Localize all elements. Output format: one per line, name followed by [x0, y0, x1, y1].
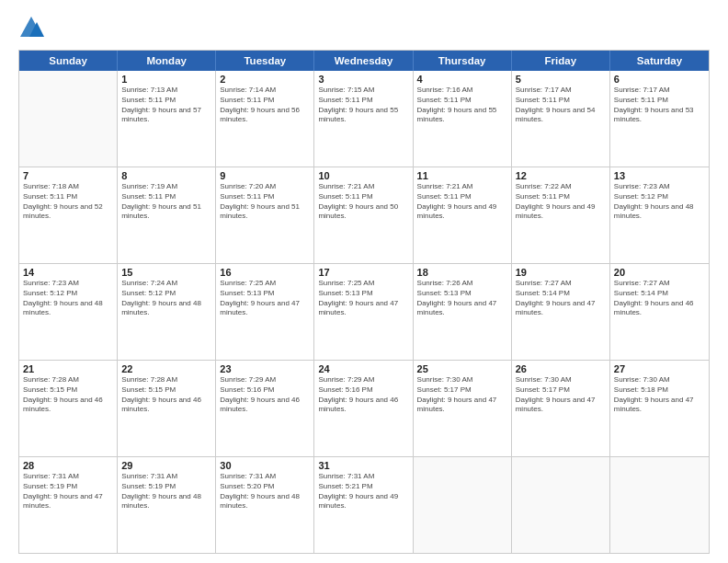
day-number: 28 [23, 460, 113, 471]
calendar-cell: 19Sunrise: 7:27 AMSunset: 5:14 PMDayligh… [512, 264, 610, 360]
day-info: Sunrise: 7:15 AMSunset: 5:11 PMDaylight:… [318, 86, 408, 125]
day-number: 22 [121, 363, 211, 374]
day-info: Sunrise: 7:20 AMSunset: 5:11 PMDaylight:… [220, 182, 310, 222]
calendar-cell [512, 457, 610, 553]
day-number: 14 [23, 267, 113, 278]
day-number: 6 [614, 74, 705, 85]
day-info: Sunrise: 7:30 AMSunset: 5:17 PMDaylight:… [516, 375, 606, 415]
calendar-header-day: Saturday [610, 51, 709, 71]
calendar-cell: 6Sunrise: 7:17 AMSunset: 5:11 PMDaylight… [610, 71, 709, 167]
day-number: 23 [220, 363, 310, 374]
day-number: 2 [220, 74, 310, 85]
calendar-header-day: Wednesday [314, 51, 413, 71]
day-info: Sunrise: 7:24 AMSunset: 5:12 PMDaylight:… [121, 279, 211, 318]
calendar-cell: 27Sunrise: 7:30 AMSunset: 5:18 PMDayligh… [610, 361, 709, 456]
header [18, 15, 710, 40]
calendar-week: 1Sunrise: 7:13 AMSunset: 5:11 PMDaylight… [19, 71, 709, 167]
calendar-cell: 23Sunrise: 7:29 AMSunset: 5:16 PMDayligh… [216, 361, 314, 456]
day-info: Sunrise: 7:28 AMSunset: 5:15 PMDaylight:… [23, 375, 113, 415]
day-info: Sunrise: 7:27 AMSunset: 5:14 PMDaylight:… [614, 279, 705, 318]
day-number: 30 [220, 460, 310, 471]
calendar-cell: 28Sunrise: 7:31 AMSunset: 5:19 PMDayligh… [19, 457, 118, 553]
day-info: Sunrise: 7:21 AMSunset: 5:11 PMDaylight:… [318, 182, 408, 222]
day-number: 12 [516, 170, 606, 181]
calendar-cell: 30Sunrise: 7:31 AMSunset: 5:20 PMDayligh… [216, 457, 314, 553]
day-info: Sunrise: 7:19 AMSunset: 5:11 PMDaylight:… [121, 182, 211, 222]
calendar-cell: 10Sunrise: 7:21 AMSunset: 5:11 PMDayligh… [314, 167, 413, 263]
day-number: 9 [220, 170, 310, 181]
day-info: Sunrise: 7:18 AMSunset: 5:11 PMDaylight:… [23, 182, 113, 222]
calendar-body: 1Sunrise: 7:13 AMSunset: 5:11 PMDaylight… [19, 71, 709, 553]
day-info: Sunrise: 7:29 AMSunset: 5:16 PMDaylight:… [318, 375, 408, 415]
calendar-header-day: Friday [512, 51, 610, 71]
calendar-cell: 8Sunrise: 7:19 AMSunset: 5:11 PMDaylight… [118, 167, 216, 263]
calendar-cell: 1Sunrise: 7:13 AMSunset: 5:11 PMDaylight… [118, 71, 216, 167]
day-number: 5 [516, 74, 606, 85]
day-number: 15 [121, 267, 211, 278]
calendar-cell [19, 71, 118, 167]
day-info: Sunrise: 7:23 AMSunset: 5:12 PMDaylight:… [614, 182, 705, 222]
calendar-week: 28Sunrise: 7:31 AMSunset: 5:19 PMDayligh… [19, 457, 709, 553]
day-info: Sunrise: 7:31 AMSunset: 5:19 PMDaylight:… [121, 472, 211, 511]
day-number: 26 [516, 363, 606, 374]
calendar-cell: 12Sunrise: 7:22 AMSunset: 5:11 PMDayligh… [512, 167, 610, 263]
calendar-cell: 20Sunrise: 7:27 AMSunset: 5:14 PMDayligh… [610, 264, 709, 360]
calendar-cell: 2Sunrise: 7:14 AMSunset: 5:11 PMDaylight… [216, 71, 314, 167]
day-info: Sunrise: 7:28 AMSunset: 5:15 PMDaylight:… [121, 375, 211, 415]
day-number: 1 [121, 74, 211, 85]
calendar-header-day: Monday [118, 51, 216, 71]
calendar: SundayMondayTuesdayWednesdayThursdayFrid… [18, 50, 710, 554]
calendar-cell [414, 457, 512, 553]
calendar-cell: 5Sunrise: 7:17 AMSunset: 5:11 PMDaylight… [512, 71, 610, 167]
day-number: 29 [121, 460, 211, 471]
calendar-week: 14Sunrise: 7:23 AMSunset: 5:12 PMDayligh… [19, 264, 709, 361]
calendar-header: SundayMondayTuesdayWednesdayThursdayFrid… [19, 51, 709, 71]
day-info: Sunrise: 7:13 AMSunset: 5:11 PMDaylight:… [121, 86, 211, 125]
calendar-cell: 11Sunrise: 7:21 AMSunset: 5:11 PMDayligh… [414, 167, 512, 263]
calendar-week: 7Sunrise: 7:18 AMSunset: 5:11 PMDaylight… [19, 167, 709, 264]
day-info: Sunrise: 7:16 AMSunset: 5:11 PMDaylight:… [417, 86, 507, 125]
calendar-cell: 26Sunrise: 7:30 AMSunset: 5:17 PMDayligh… [512, 361, 610, 456]
day-info: Sunrise: 7:17 AMSunset: 5:11 PMDaylight:… [516, 86, 606, 125]
calendar-cell: 21Sunrise: 7:28 AMSunset: 5:15 PMDayligh… [19, 361, 118, 456]
day-info: Sunrise: 7:27 AMSunset: 5:14 PMDaylight:… [516, 279, 606, 318]
day-info: Sunrise: 7:21 AMSunset: 5:11 PMDaylight:… [417, 182, 507, 222]
day-number: 10 [318, 170, 408, 181]
calendar-week: 21Sunrise: 7:28 AMSunset: 5:15 PMDayligh… [19, 361, 709, 457]
calendar-cell: 22Sunrise: 7:28 AMSunset: 5:15 PMDayligh… [118, 361, 216, 456]
day-info: Sunrise: 7:31 AMSunset: 5:21 PMDaylight:… [318, 472, 408, 511]
day-number: 19 [516, 267, 606, 278]
calendar-cell: 7Sunrise: 7:18 AMSunset: 5:11 PMDaylight… [19, 167, 118, 263]
logo-icon [18, 15, 44, 40]
day-number: 25 [417, 363, 507, 374]
day-number: 18 [417, 267, 507, 278]
calendar-header-day: Thursday [414, 51, 512, 71]
calendar-cell: 15Sunrise: 7:24 AMSunset: 5:12 PMDayligh… [118, 264, 216, 360]
day-info: Sunrise: 7:22 AMSunset: 5:11 PMDaylight:… [516, 182, 606, 222]
calendar-header-day: Tuesday [216, 51, 314, 71]
day-info: Sunrise: 7:25 AMSunset: 5:13 PMDaylight:… [318, 279, 408, 318]
day-number: 21 [23, 363, 113, 374]
day-number: 4 [417, 74, 507, 85]
day-info: Sunrise: 7:31 AMSunset: 5:20 PMDaylight:… [220, 472, 310, 511]
day-number: 13 [614, 170, 705, 181]
day-number: 17 [318, 267, 408, 278]
calendar-cell: 3Sunrise: 7:15 AMSunset: 5:11 PMDaylight… [314, 71, 413, 167]
day-info: Sunrise: 7:31 AMSunset: 5:19 PMDaylight:… [23, 472, 113, 511]
day-number: 24 [318, 363, 408, 374]
day-info: Sunrise: 7:14 AMSunset: 5:11 PMDaylight:… [220, 86, 310, 125]
day-number: 7 [23, 170, 113, 181]
day-info: Sunrise: 7:17 AMSunset: 5:11 PMDaylight:… [614, 86, 705, 125]
calendar-cell: 18Sunrise: 7:26 AMSunset: 5:13 PMDayligh… [414, 264, 512, 360]
calendar-cell: 13Sunrise: 7:23 AMSunset: 5:12 PMDayligh… [610, 167, 709, 263]
page: SundayMondayTuesdayWednesdayThursdayFrid… [0, 0, 728, 563]
calendar-header-day: Sunday [19, 51, 118, 71]
calendar-cell: 31Sunrise: 7:31 AMSunset: 5:21 PMDayligh… [314, 457, 413, 553]
calendar-cell: 24Sunrise: 7:29 AMSunset: 5:16 PMDayligh… [314, 361, 413, 456]
logo [18, 15, 48, 40]
calendar-cell [610, 457, 709, 553]
calendar-cell: 25Sunrise: 7:30 AMSunset: 5:17 PMDayligh… [414, 361, 512, 456]
day-number: 3 [318, 74, 408, 85]
day-number: 11 [417, 170, 507, 181]
day-number: 16 [220, 267, 310, 278]
